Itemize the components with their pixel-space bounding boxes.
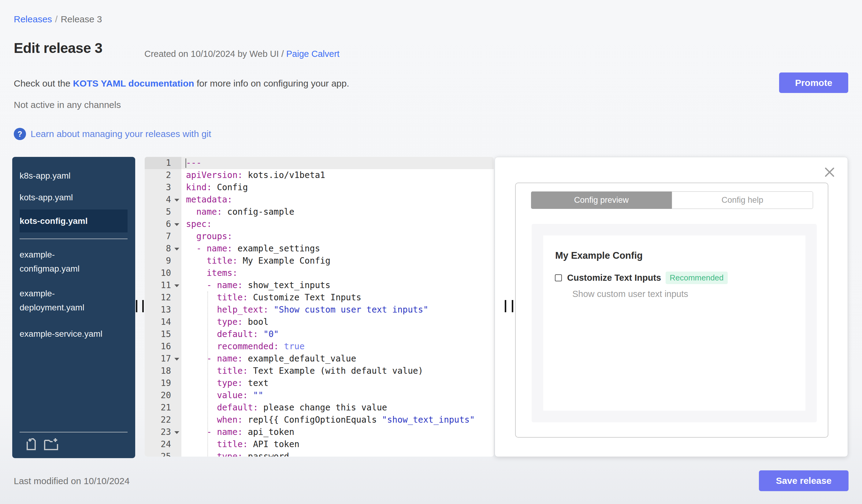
gutter-line: 20 <box>145 389 181 401</box>
code-line: --- <box>181 157 494 169</box>
config-tabbar: Config previewConfig help <box>531 191 813 209</box>
code-line: default: please change this value <box>181 401 494 414</box>
gutter-line: 7 <box>145 230 181 242</box>
code-line: metadata: <box>181 194 494 206</box>
gutter-line[interactable]: 4 <box>145 194 181 206</box>
indent-guide <box>207 291 208 456</box>
gutter-line: 14 <box>145 316 181 328</box>
code-line: when: repl{{ ConfigOptionEquals "show_te… <box>181 414 494 426</box>
gutter-line: 13 <box>145 304 181 316</box>
doc-suffix: for more info on configuring your app. <box>194 78 349 88</box>
code-line: apiVersion: kots.io/v1beta1 <box>181 169 494 181</box>
file-tree-item[interactable]: example-configmap.yaml <box>12 248 135 276</box>
code-line: value: "" <box>181 389 494 401</box>
tab-config-preview[interactable]: Config preview <box>531 191 672 209</box>
gutter-line: 22 <box>145 414 181 426</box>
code-line: - name: example_settings <box>181 242 494 255</box>
config-item-label: Customize Text Inputs <box>567 273 661 283</box>
tab-config-help[interactable]: Config help <box>672 191 813 209</box>
add-file-icon[interactable] <box>25 437 39 451</box>
editor-preview-splitter-handle[interactable] <box>505 300 506 312</box>
created-text: Created on 10/10/2024 by Web UI / <box>144 49 286 59</box>
code-line: title: API token <box>181 438 494 450</box>
kots-yaml-doc-link[interactable]: KOTS YAML documentation <box>73 78 194 88</box>
config-item-help-text: Show custom user text inputs <box>572 289 688 299</box>
add-folder-icon[interactable] <box>43 437 59 451</box>
gutter-line: 9 <box>145 255 181 267</box>
code-line: kind: Config <box>181 181 494 194</box>
gutter-line: 10 <box>145 267 181 279</box>
customize-text-inputs-checkbox[interactable] <box>555 274 562 281</box>
save-release-button[interactable]: Save release <box>759 470 849 491</box>
code-line: type: password <box>181 450 494 456</box>
fold-arrow-icon[interactable] <box>174 199 179 201</box>
breadcrumb: Releases/Release 3 <box>14 14 102 25</box>
gutter-line[interactable]: 8 <box>145 242 181 255</box>
gutter-line[interactable]: 23 <box>145 426 181 438</box>
file-tree-list: k8s-app.yamlkots-app.yamlkots-config.yam… <box>12 157 135 233</box>
gutter-line[interactable]: 6 <box>145 218 181 230</box>
file-tree-extra-list: example-configmap.yamlexample-deployment… <box>12 248 135 341</box>
sidebar-editor-splitter-handle[interactable] <box>136 300 138 312</box>
code-line: title: My Example Config <box>181 255 494 267</box>
config-preview-panel: Config previewConfig help My Example Con… <box>495 157 848 457</box>
fold-arrow-icon[interactable] <box>174 248 179 251</box>
breadcrumb-releases-link[interactable]: Releases <box>14 14 52 24</box>
question-mark-icon[interactable]: ? <box>14 128 26 140</box>
code-line: - name: example_default_value <box>181 353 494 365</box>
editor-gutter: 1234567891011121314151617181920212223242… <box>145 157 181 456</box>
doc-prefix: Check out the <box>14 78 73 88</box>
editor-preview-splitter-handle[interactable] <box>512 300 513 312</box>
config-card: My Example Config Customize Text Inputs … <box>543 236 806 411</box>
code-line: spec: <box>181 218 494 230</box>
promote-button[interactable]: Promote <box>779 72 848 93</box>
code-line: groups: <box>181 230 494 242</box>
file-tree-divider <box>19 239 128 239</box>
created-line: Created on 10/10/2024 by Web UI / Paige … <box>144 49 340 59</box>
code-line: - name: api_token <box>181 426 494 438</box>
gutter-line: 2 <box>145 169 181 181</box>
editor-code[interactable]: ---apiVersion: kots.io/v1beta1kind: Conf… <box>181 157 494 456</box>
code-line: recommended: true <box>181 340 494 353</box>
gutter-line: 1 <box>145 157 181 169</box>
git-help-link[interactable]: Learn about managing your releases with … <box>30 129 211 139</box>
breadcrumb-current: Release 3 <box>61 14 102 24</box>
text-cursor <box>185 158 186 168</box>
file-tree-item[interactable]: kots-app.yaml <box>12 191 135 204</box>
code-line: type: bool <box>181 316 494 328</box>
file-tree-sidebar: k8s-app.yamlkots-app.yamlkots-config.yam… <box>12 157 135 458</box>
gutter-line: 19 <box>145 377 181 389</box>
gutter-line[interactable]: 17 <box>145 353 181 365</box>
close-icon[interactable] <box>824 167 835 178</box>
breadcrumb-separator: / <box>52 14 61 24</box>
author-link[interactable]: Paige Calvert <box>286 49 340 59</box>
gutter-line: 18 <box>145 365 181 377</box>
gutter-line[interactable]: 11 <box>145 279 181 291</box>
fold-arrow-icon[interactable] <box>174 431 179 434</box>
yaml-editor[interactable]: 1234567891011121314151617181920212223242… <box>145 157 494 456</box>
fold-arrow-icon[interactable] <box>174 358 179 361</box>
config-preview-inner: Config previewConfig help My Example Con… <box>515 183 828 438</box>
gutter-line: 16 <box>145 340 181 353</box>
git-help-row[interactable]: ? Learn about managing your releases wit… <box>14 128 211 140</box>
file-tree-item[interactable]: kots-config.yaml <box>19 210 128 233</box>
file-tree-item[interactable]: example-deployment.yaml <box>12 287 135 315</box>
code-line: default: "0" <box>181 328 494 340</box>
fold-arrow-icon[interactable] <box>174 223 179 226</box>
gutter-line: 21 <box>145 401 181 414</box>
file-tree-item[interactable]: example-service.yaml <box>12 327 135 341</box>
gutter-line: 25 <box>145 450 181 456</box>
sidebar-editor-splitter-handle[interactable] <box>142 300 144 312</box>
doc-line: Check out the KOTS YAML documentation fo… <box>14 78 349 89</box>
fold-arrow-icon[interactable] <box>174 284 179 287</box>
code-line: title: Customize Text Inputs <box>181 291 494 304</box>
file-tree-item[interactable]: k8s-app.yaml <box>12 169 135 183</box>
last-modified-text: Last modified on 10/10/2024 <box>14 476 130 486</box>
config-preview-area: My Example Config Customize Text Inputs … <box>532 224 817 422</box>
gutter-line: 5 <box>145 206 181 218</box>
code-line: - name: show_text_inputs <box>181 279 494 291</box>
page-title: Edit release 3 <box>14 40 103 56</box>
code-line: type: text <box>181 377 494 389</box>
config-group-title: My Example Config <box>555 250 643 261</box>
recommended-badge: Recommended <box>666 271 728 284</box>
